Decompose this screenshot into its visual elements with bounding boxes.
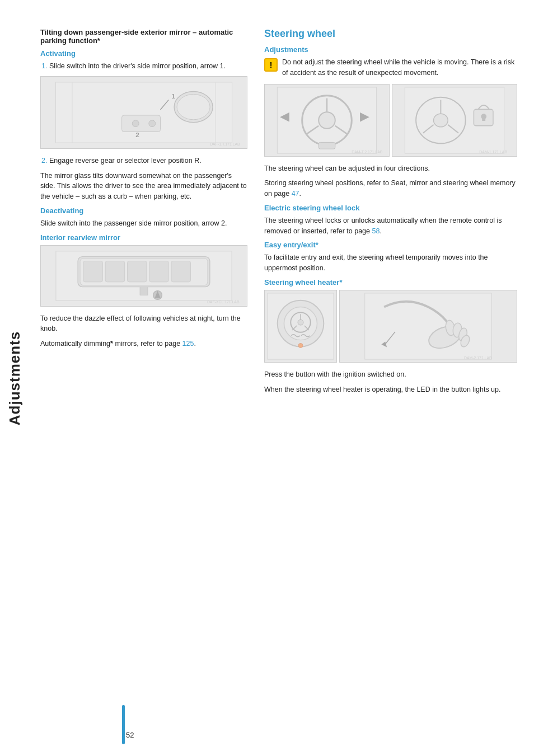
steering-wheel-title: Steering wheel xyxy=(264,28,517,40)
easy-entry-heading: Easy entry/exit* xyxy=(264,241,517,249)
sidebar-label: Adjustments xyxy=(6,331,24,425)
svg-rect-42 xyxy=(482,116,485,121)
rearview-image: DAF-XCL.171.LAB xyxy=(40,245,247,307)
activating-heading: Activating xyxy=(40,49,247,58)
svg-rect-17 xyxy=(128,261,147,281)
steering-text2: Storing steering wheel positions, refer … xyxy=(264,178,517,199)
main-content: Tilting down passenger-side exterior mir… xyxy=(29,0,534,756)
warning-text: Do not adjust the steering wheel while t… xyxy=(282,57,517,78)
rearview-sketch-svg: DAF-XCL.171.LAB xyxy=(41,246,247,306)
page-ref-47[interactable]: 47 xyxy=(292,190,299,198)
page-number: 52 xyxy=(126,731,134,739)
svg-rect-18 xyxy=(149,261,168,281)
page-ref-125[interactable]: 125 xyxy=(182,340,194,348)
svg-point-4 xyxy=(177,94,210,119)
heater-image-right: DAM-2.171.LAB xyxy=(339,290,517,363)
svg-text:DAF-XCL.171.LAB: DAF-XCL.171.LAB xyxy=(207,300,240,304)
svg-text:1: 1 xyxy=(171,92,175,100)
svg-text:2: 2 xyxy=(135,131,139,139)
svg-rect-16 xyxy=(105,261,124,281)
page-ref-58[interactable]: 58 xyxy=(372,227,380,235)
mirror-sketch-svg: 1 2 DAF-1.T.171.LAB xyxy=(41,77,247,148)
warning-icon: ! xyxy=(264,58,278,72)
rearview-text1: To reduce the dazzle effect of following… xyxy=(40,313,247,335)
svg-rect-15 xyxy=(83,261,102,281)
svg-point-48 xyxy=(298,320,303,325)
svg-text:DAF-1.T.171.LAB: DAF-1.T.171.LAB xyxy=(210,142,240,146)
deactivating-heading: Deactivating xyxy=(40,206,247,215)
heater-text2: When the steering wheel heater is operat… xyxy=(264,384,517,395)
svg-point-36 xyxy=(434,114,448,127)
svg-point-6 xyxy=(132,120,139,127)
svg-text:◀: ◀ xyxy=(280,109,289,123)
steering-text1: The steering wheel can be adjusted in fo… xyxy=(264,163,517,174)
step-2-text: Engage reverse gear or selector lever po… xyxy=(49,157,202,165)
step-1-text: Slide switch into the driver's side mirr… xyxy=(49,62,226,70)
svg-point-52 xyxy=(298,343,303,348)
heater-image-left xyxy=(264,290,337,363)
svg-point-26 xyxy=(318,112,335,129)
step-2-detail: The mirror glass tilts downward somewhat… xyxy=(40,171,247,202)
steering-sketch-left: ◀ ▶ DAM-T.2.171.LAB xyxy=(265,84,389,156)
step-2: Engage reverse gear or selector lever po… xyxy=(49,156,247,166)
svg-point-7 xyxy=(149,120,156,127)
rearview-text2-before: Automatically dimming* mirrors, refer to… xyxy=(40,340,182,348)
adjustments-heading: Adjustments xyxy=(264,45,517,54)
svg-text:▶: ▶ xyxy=(360,109,369,123)
easy-entry-text: To facilitate entry and exit, the steeri… xyxy=(264,252,517,274)
steering-sketch-right: DAM-1.171.LAB xyxy=(392,84,517,156)
svg-text:DAM-1.171.LAB: DAM-1.171.LAB xyxy=(479,150,507,154)
steering-img-row: ◀ ▶ DAM-T.2.171.LAB xyxy=(264,84,517,157)
deactivating-text: Slide switch into the passenger side mir… xyxy=(40,218,247,229)
left-column: Tilting down passenger-side exterior mir… xyxy=(40,28,247,739)
left-main-heading: Tilting down passenger-side exterior mir… xyxy=(40,28,247,45)
electric-lock-text: The steering wheel locks or unlocks auto… xyxy=(264,215,517,237)
svg-rect-32 xyxy=(318,142,335,149)
svg-text:DAM-2.171.LAB: DAM-2.171.LAB xyxy=(464,356,492,360)
steering-image-right: DAM-1.171.LAB xyxy=(392,84,517,157)
page-bar xyxy=(122,705,125,744)
heater-heading: Steering wheel heater* xyxy=(264,278,517,287)
page-container: Adjustments Tilting down passenger-side … xyxy=(0,0,534,756)
svg-rect-53 xyxy=(365,293,491,359)
heater-sketch-right: DAM-2.171.LAB xyxy=(340,290,517,362)
heater-img-row: DAM-2.171.LAB xyxy=(264,290,517,363)
right-column: Steering wheel Adjustments ! Do not adju… xyxy=(264,28,517,739)
mirror-image: 1 2 DAF-1.T.171.LAB xyxy=(40,76,247,149)
svg-text:DAM-T.2.171.LAB: DAM-T.2.171.LAB xyxy=(352,150,382,154)
heater-sketch-left xyxy=(265,290,336,362)
sidebar: Adjustments xyxy=(0,0,29,756)
interior-rearview-heading: Interior rearview mirror xyxy=(40,233,247,242)
svg-rect-20 xyxy=(140,287,148,295)
activating-steps: Slide switch into the driver's side mirr… xyxy=(49,61,247,72)
steering-image-left: ◀ ▶ DAM-T.2.171.LAB xyxy=(264,84,390,157)
warning-box: ! Do not adjust the steering wheel while… xyxy=(264,57,517,78)
heater-text1: Press the button with the ignition switc… xyxy=(264,369,517,380)
svg-rect-19 xyxy=(171,261,190,281)
step-1: Slide switch into the driver's side mirr… xyxy=(49,61,247,72)
step2-list: Engage reverse gear or selector lever po… xyxy=(49,156,247,166)
rearview-text2: Automatically dimming* mirrors, refer to… xyxy=(40,339,247,349)
electric-lock-heading: Electric steering wheel lock xyxy=(264,204,517,212)
